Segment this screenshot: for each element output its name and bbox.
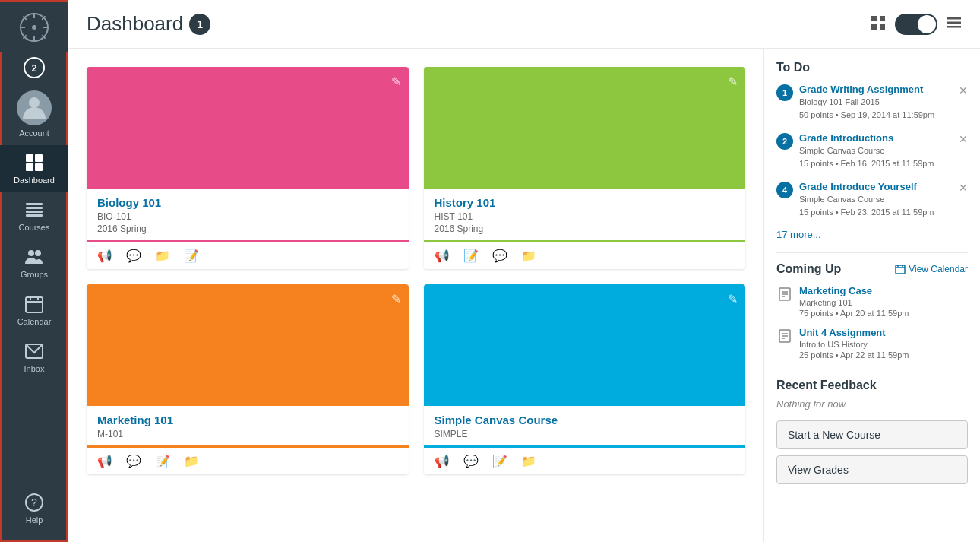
edit-icon-history[interactable]: ✎ [728, 74, 738, 89]
announcements-icon-history[interactable]: 📢 [435, 249, 450, 263]
discussions-icon-biology[interactable]: 💬 [126, 249, 141, 263]
start-new-course-button[interactable]: Start a New Course [776, 420, 968, 449]
edit-icon-biology[interactable]: ✎ [391, 74, 401, 89]
course-card-footer-biology: 📢 💬 📁 📝 [87, 240, 409, 269]
course-code-simple: SIMPLE [435, 429, 735, 439]
coming-up-header: Coming Up View Calendar [776, 262, 968, 276]
todo-num-1: 1 [776, 84, 793, 101]
edit-icon-marketing[interactable]: ✎ [391, 292, 401, 306]
todo-close-2[interactable]: ✕ [959, 133, 968, 145]
svg-point-19 [28, 250, 34, 256]
discussions-icon-simple[interactable]: 💬 [463, 454, 479, 468]
todo-course-2: Simple Canvas Course [799, 145, 953, 157]
header-title-container: Dashboard 1 [87, 12, 210, 36]
course-card-history: ✎ History 101 HIST-101 2016 Spring 📢 📝 💬… [424, 67, 746, 269]
assignments-icon-history[interactable]: 📝 [463, 249, 479, 263]
coming-up-detail-2: 25 points • Apr 22 at 11:59pm [799, 350, 968, 360]
course-card-body-biology: Biology 101 BIO-101 2016 Spring [87, 189, 409, 240]
todo-title-3[interactable]: Grade Introduce Yourself [799, 181, 953, 192]
sidebar-item-inbox[interactable]: Inbox [0, 334, 68, 381]
course-code-marketing: M-101 [97, 429, 398, 439]
view-calendar-label: View Calendar [909, 264, 968, 274]
assignments-icon-simple[interactable]: 📝 [492, 454, 507, 468]
assignments-icon-marketing[interactable]: 📝 [155, 454, 170, 468]
svg-rect-30 [871, 24, 877, 30]
right-sidebar: To Do 1 Grade Writing Assignment Biology… [763, 49, 980, 542]
files-icon-marketing[interactable]: 📁 [184, 454, 199, 468]
view-grades-button[interactable]: View Grades [776, 455, 968, 484]
coming-up-item-2: Unit 4 Assignment Intro to US History 25… [776, 327, 968, 360]
files-icon-history[interactable]: 📁 [521, 249, 536, 263]
assignments-icon-biology[interactable]: 📝 [184, 249, 199, 263]
todo-close-3[interactable]: ✕ [959, 182, 968, 194]
files-icon-simple[interactable]: 📁 [521, 454, 536, 468]
course-card-simple: ✎ Simple Canvas Course SIMPLE 📢 💬 📝 📁 [424, 284, 746, 474]
grid-view-icon[interactable] [871, 15, 886, 33]
discussions-icon-marketing[interactable]: 💬 [126, 454, 141, 468]
coming-up-content-2: Unit 4 Assignment Intro to US History 25… [799, 327, 968, 360]
recent-feedback-title: Recent Feedback [776, 379, 968, 392]
course-term-biology: 2016 Spring [97, 223, 398, 234]
svg-rect-18 [26, 214, 43, 217]
coming-up-content-1: Marketing Case Marketing 101 75 points •… [799, 285, 968, 318]
course-card-image-history: ✎ [424, 67, 746, 189]
course-title-marketing[interactable]: Marketing 101 [97, 414, 173, 426]
divider-1 [776, 252, 968, 253]
todo-detail-2: 15 points • Feb 16, 2015 at 11:59pm [799, 158, 953, 170]
more-todo-link[interactable]: 17 more... [776, 229, 968, 240]
course-card-image-biology: ✎ [87, 67, 409, 189]
files-icon-biology[interactable]: 📁 [155, 249, 170, 263]
coming-up-title-2[interactable]: Unit 4 Assignment [799, 327, 968, 338]
svg-point-1 [32, 25, 36, 30]
sidebar-item-help[interactable]: ? Help [0, 482, 68, 535]
sidebar: 2 Account Dashboard Courses Groups Calen… [0, 0, 68, 542]
svg-point-20 [35, 250, 41, 256]
badge-count: 2 [24, 57, 45, 78]
course-card-body-history: History 101 HIST-101 2016 Spring [424, 189, 746, 240]
toggle-thumb [918, 15, 936, 33]
sidebar-item-calendar[interactable]: Calendar [0, 287, 68, 334]
sidebar-item-calendar-label: Calendar [17, 317, 52, 326]
course-title-history[interactable]: History 101 [435, 196, 496, 209]
course-title-simple[interactable]: Simple Canvas Course [435, 414, 558, 426]
view-toggle[interactable] [895, 14, 937, 35]
todo-course-3: Simple Canvas Course [799, 194, 953, 205]
list-view-icon[interactable] [947, 15, 962, 33]
svg-rect-34 [947, 26, 961, 28]
course-title-biology[interactable]: Biology 101 [97, 196, 161, 209]
view-calendar-link[interactable]: View Calendar [895, 264, 968, 274]
sidebar-item-inbox-label: Inbox [24, 364, 45, 373]
discussions-icon-history[interactable]: 💬 [492, 249, 507, 263]
svg-rect-21 [26, 297, 43, 312]
svg-point-10 [29, 97, 40, 108]
svg-rect-28 [871, 16, 877, 21]
course-card-footer-history: 📢 📝 💬 📁 [424, 240, 746, 269]
course-code-history: HIST-101 [435, 211, 735, 222]
sidebar-item-account[interactable]: Account [0, 83, 68, 145]
coming-up-course-2: Intro to US History [799, 340, 968, 349]
header-badge: 1 [189, 14, 210, 35]
course-card-image-marketing: ✎ [87, 284, 409, 406]
todo-title-1[interactable]: Grade Writing Assignment [799, 84, 953, 95]
todo-content-1: Grade Writing Assignment Biology 101 Fal… [799, 84, 953, 122]
todo-title-2[interactable]: Grade Introductions [799, 132, 953, 144]
notifications-badge[interactable]: 2 [0, 52, 68, 83]
svg-rect-17 [26, 211, 43, 213]
announcements-icon-simple[interactable]: 📢 [435, 454, 450, 468]
sidebar-item-dashboard[interactable]: Dashboard [0, 145, 68, 192]
todo-content-3: Grade Introduce Yourself Simple Canvas C… [799, 181, 953, 219]
todo-course-1: Biology 101 Fall 2015 [799, 97, 953, 108]
course-term-history: 2016 Spring [435, 223, 735, 234]
announcements-icon-biology[interactable]: 📢 [97, 249, 112, 263]
courses-grid: ✎ Biology 101 BIO-101 2016 Spring 📢 💬 📁 … [68, 49, 763, 542]
sidebar-item-groups[interactable]: Groups [0, 239, 68, 287]
sidebar-logo[interactable] [0, 2, 68, 52]
sidebar-item-groups-label: Groups [21, 270, 48, 279]
todo-close-1[interactable]: ✕ [959, 84, 968, 97]
main-content: Dashboard 1 ✎ Biology 101 [68, 0, 980, 542]
svg-text:?: ? [31, 496, 37, 509]
coming-up-title-1[interactable]: Marketing Case [799, 285, 968, 296]
edit-icon-simple[interactable]: ✎ [728, 292, 738, 306]
announcements-icon-marketing[interactable]: 📢 [97, 454, 112, 468]
sidebar-item-courses[interactable]: Courses [0, 192, 68, 239]
